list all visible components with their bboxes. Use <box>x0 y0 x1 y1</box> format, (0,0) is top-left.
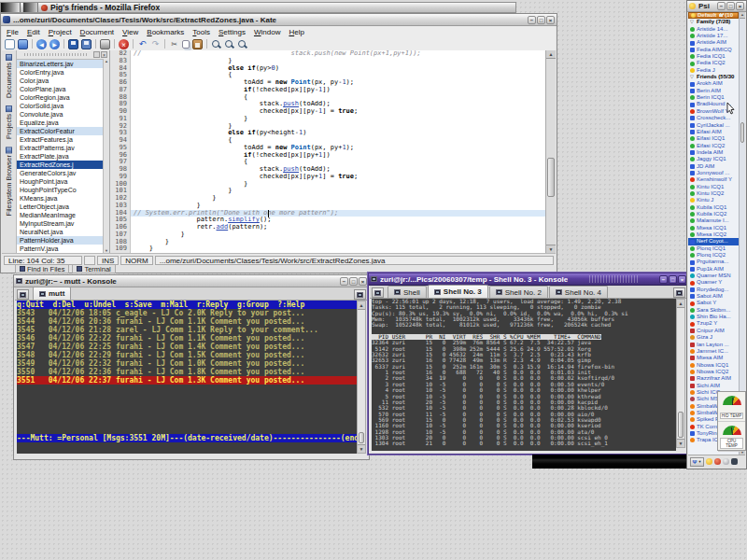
file-list-item[interactable]: MedianMeanImage <box>17 211 109 219</box>
psi-contact-row[interactable]: Cnipur AIM <box>688 328 739 334</box>
status-online-icon[interactable] <box>706 458 712 465</box>
psi-contact-row[interactable]: Shin Bio Ha... <box>688 314 739 320</box>
status-away-icon[interactable] <box>714 458 721 465</box>
scroll-up-icon[interactable]: ▲ <box>104 59 109 63</box>
settings-gear-icon[interactable] <box>731 458 738 465</box>
file-list-item[interactable]: GenerateColors.jav <box>17 169 109 177</box>
scroll-up-icon[interactable]: ▲ <box>546 50 556 59</box>
psi-contact-row[interactable]: Fedia ICQ2 <box>688 60 739 66</box>
menu-item-file[interactable]: File <box>7 28 19 36</box>
file-list-item[interactable]: NeuralNet.java <box>17 228 109 236</box>
psi-contact-row[interactable]: Arokh AIM <box>688 80 739 87</box>
psi-contact-row[interactable]: JD AIM <box>688 163 739 170</box>
psi-contact-row[interactable]: Nbowa ICQ1 <box>688 362 739 369</box>
tab-shell-no-3[interactable]: Shell No. 3 <box>428 285 488 298</box>
file-list-item[interactable]: ExtractColorFeatur <box>17 127 109 135</box>
psi-contact-row[interactable]: Eifasi ICQ2 <box>688 143 739 149</box>
back-icon[interactable] <box>36 39 47 49</box>
psi-contact-row[interactable]: Sichi AIM <box>688 383 739 389</box>
cut-icon[interactable] <box>169 39 179 49</box>
menu-item-help[interactable]: Help <box>289 28 303 36</box>
mutt-message-row[interactable]: 3543 04/12/06 18:05 c_eagle - LJ Co 2.0K… <box>17 309 357 317</box>
file-list-item[interactable]: MyInputStream.jav <box>17 219 109 228</box>
psi-contact-row[interactable]: Kubila ICQ2 <box>688 211 739 217</box>
psi-contact-row[interactable]: Mtesa AIM <box>688 355 739 361</box>
minimize-button[interactable] <box>717 2 726 10</box>
file-list-item[interactable]: ColorSolid.java <box>17 102 109 110</box>
minimize-button[interactable] <box>340 277 348 286</box>
menu-item-document[interactable]: Document <box>80 28 114 36</box>
menu-item-project[interactable]: Project <box>49 28 72 36</box>
psi-contact-row[interactable]: Plonq ICQ2 <box>688 252 739 259</box>
file-list-item[interactable]: Color.java <box>17 77 109 85</box>
psi-contact-row[interactable]: Nbowa ICQ2 <box>688 369 739 375</box>
stop-icon[interactable] <box>119 39 129 49</box>
scrollbar-thumb[interactable] <box>359 432 364 443</box>
psi-contact-row[interactable]: Fedia AIMICQ <box>688 47 739 53</box>
psi-contact-row[interactable]: Aristide AIM <box>688 39 739 46</box>
maximize-button[interactable] <box>537 16 545 24</box>
psi-contact-row[interactable]: Malamute I... <box>688 217 739 224</box>
psi-contact-row[interactable]: Crosscheck... <box>688 115 739 121</box>
konsole-terminal[interactable]: top - 22:56:01 up 2 days, 12:18, 7 users… <box>372 299 676 451</box>
tab-shell-no-2[interactable]: Shell No. 2 <box>489 286 548 298</box>
file-list-item[interactable]: ExtractPatterns.jav <box>17 144 109 152</box>
psi-contact-row[interactable]: Rorydedog... <box>688 287 739 293</box>
psi-contact-row[interactable]: Nerf Coyot... <box>688 238 739 245</box>
psi-contact-row[interactable]: Indela AIM <box>688 149 739 156</box>
file-list-item[interactable]: HoughPointTypeCo <box>17 186 109 194</box>
psi-contact-row[interactable]: Jammet IC... <box>688 348 739 355</box>
print-icon[interactable] <box>100 39 110 49</box>
tab-mutt[interactable]: mutt <box>33 287 71 300</box>
find-prev-icon[interactable] <box>237 39 247 49</box>
panel-header[interactable]: × <box>17 50 109 60</box>
close-button[interactable] <box>546 16 555 24</box>
psi-menu-button[interactable]: Ψ▼ <box>690 457 704 467</box>
file-list-item[interactable]: ExtractRedZones.j <box>17 161 109 169</box>
psi-contact-row[interactable]: Sabot AIM <box>688 293 739 300</box>
file-list-item[interactable]: PatternHolder.java <box>17 236 109 245</box>
file-list-item[interactable]: BinarizeLetters.jav <box>17 60 109 68</box>
scroll-down-icon[interactable]: ▼ <box>677 439 684 447</box>
file-list-item[interactable]: ColorEntry.java <box>17 68 109 77</box>
psi-contact-row[interactable]: Jaggy ICQ1 <box>688 156 739 162</box>
kate-editor[interactable]: 82// stack.push(new Point(px+1,py+1));83… <box>110 50 547 253</box>
redo-icon[interactable] <box>150 39 161 49</box>
close-button[interactable] <box>736 2 744 10</box>
session-list-button[interactable] <box>673 287 685 298</box>
minimize-button[interactable] <box>659 275 668 284</box>
psi-contact-row[interactable]: Jonnywoof ... <box>688 170 739 176</box>
file-list-item[interactable]: KMeans.java <box>17 194 109 203</box>
psi-scrollbar[interactable]: ▲ ▼ <box>739 12 745 455</box>
scroll-down-icon[interactable]: ▼ <box>358 444 365 453</box>
file-list-item[interactable]: ColorRegion.java <box>17 93 109 102</box>
close-button[interactable] <box>359 277 367 286</box>
tool-tab-terminal[interactable]: Terminal <box>72 265 115 273</box>
sidebar-tab-documents[interactable]: Documents <box>5 54 13 98</box>
file-list-item[interactable]: ExtractFeatures.ja <box>17 135 109 144</box>
status-offline-icon[interactable] <box>723 458 729 465</box>
menu-item-settings[interactable]: Settings <box>218 28 246 36</box>
menu-item-window[interactable]: Window <box>254 28 280 36</box>
psi-contact-row[interactable]: Pup1k AIM <box>688 266 739 273</box>
konsole-scrollbar[interactable]: ▲ ▼ <box>676 299 685 448</box>
scrollbar-thumb[interactable] <box>740 122 744 143</box>
psi-contact-row[interactable]: Prguitarma... <box>688 259 739 265</box>
psi-contact-row[interactable]: CyrilJackal ... <box>688 122 739 129</box>
psi-contact-row[interactable]: Fedia J <box>688 67 739 74</box>
psi-contact-row[interactable]: Berin AIM <box>688 88 739 94</box>
file-list-item[interactable]: LetterObject.java <box>17 203 109 211</box>
psi-contact-row[interactable]: Kenshinwolf Y <box>688 176 739 183</box>
menu-item-edit[interactable]: Edit <box>27 28 40 36</box>
firefox-window-titlebar[interactable]: Pig's friends - Mozilla Firefox <box>0 2 516 13</box>
psi-contact-row[interactable]: Eifasi ICQ1 <box>688 135 739 142</box>
mutt-message-row[interactable]: 3551 04/12/06 22:37 furahi - LJ Com 1.3K… <box>17 376 357 385</box>
save-icon[interactable] <box>68 39 78 49</box>
psi-contact-row[interactable]: Aristide 14... <box>688 26 739 33</box>
session-list-button[interactable] <box>354 289 366 300</box>
psi-contact-row[interactable]: Plonq ICQ1 <box>688 245 739 252</box>
menu-item-tools[interactable]: Tools <box>192 28 210 36</box>
sidebar-tab-projects[interactable]: Projects <box>5 105 13 139</box>
tab-shell[interactable]: Shell <box>388 286 427 298</box>
close-button[interactable] <box>678 275 686 284</box>
